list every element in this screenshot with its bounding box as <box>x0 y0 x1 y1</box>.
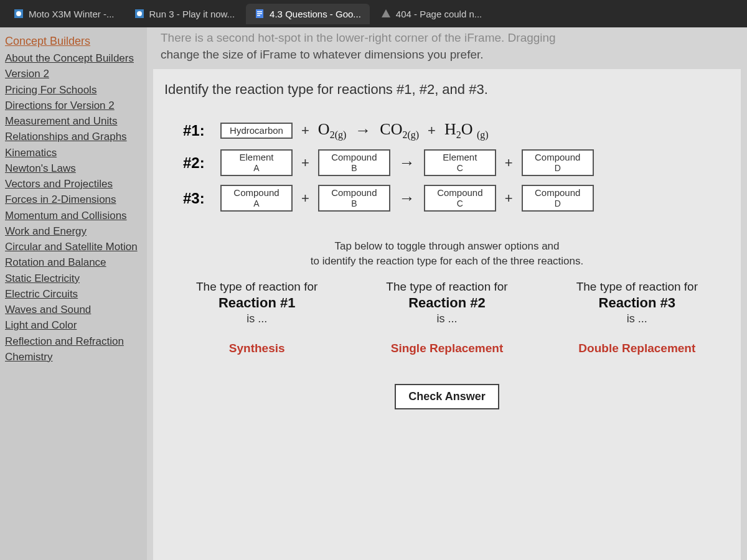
sidebar-item[interactable]: Work and Energy <box>5 225 142 238</box>
answer-toggle-3[interactable]: Double Replacement <box>552 342 723 355</box>
tab-1[interactable]: Run 3 - Play it now... <box>126 4 244 24</box>
product-box: CompoundC <box>424 185 496 212</box>
main-area: There is a second hot-spot in the lower-… <box>147 27 747 560</box>
sidebar-item[interactable]: Static Electricity <box>5 272 142 285</box>
product-box: ElementC <box>424 149 496 176</box>
sidebar-item[interactable]: About the Concept Builders <box>5 52 142 65</box>
hint-text: Tap below to toggle through answer optio… <box>162 239 732 269</box>
sidebar-item[interactable]: Kinematics <box>5 146 142 159</box>
sidebar-item[interactable]: Waves and Sound <box>5 303 142 316</box>
quiz-panel: Identify the reaction type for reactions… <box>153 69 741 560</box>
arrow-icon: → <box>399 189 415 208</box>
reaction-row-3: #3: CompoundA + CompoundB → CompoundC + … <box>183 185 732 212</box>
plus-icon: + <box>301 123 309 139</box>
plus-icon: + <box>428 123 436 139</box>
warn-icon <box>381 9 391 19</box>
svg-point-1 <box>16 11 21 16</box>
browser-tabbar: Moto X3M Winter -... Run 3 - Play it now… <box>0 0 747 27</box>
tab-label: Run 3 - Play it now... <box>149 9 235 19</box>
tab-label: 404 - Page could n... <box>396 9 482 19</box>
sidebar-title[interactable]: Concept Builders <box>5 35 142 48</box>
answers-row: The type of reaction for Reaction #1 is … <box>162 280 732 355</box>
arrow-icon: → <box>355 121 371 140</box>
check-answer-button[interactable]: Check Answer <box>395 384 499 409</box>
product-box: CompoundD <box>522 149 594 176</box>
svg-point-3 <box>137 11 142 16</box>
sidebar-item[interactable]: Rotation and Balance <box>5 256 142 269</box>
tab-0[interactable]: Moto X3M Winter -... <box>5 4 123 24</box>
row-number: #3: <box>183 190 212 207</box>
svg-rect-7 <box>257 15 260 16</box>
sidebar: Concept Builders About the Concept Build… <box>0 27 147 560</box>
plus-icon: + <box>301 190 309 207</box>
plus-icon: + <box>505 190 513 207</box>
sidebar-item[interactable]: Electric Circuits <box>5 287 142 301</box>
sidebar-item[interactable]: Chemistry <box>5 350 142 363</box>
tab-2[interactable]: 4.3 Questions - Goo... <box>246 4 370 24</box>
reactant-box: CompoundB <box>318 149 390 176</box>
reactant-box: Hydrocarbon <box>220 123 293 139</box>
arrow-icon: → <box>399 153 415 172</box>
row-number: #1: <box>183 122 212 139</box>
tab-label: 4.3 Questions - Goo... <box>270 9 361 19</box>
row-number: #2: <box>183 154 212 172</box>
answer-col-1: The type of reaction for Reaction #1 is … <box>171 280 342 355</box>
tab-label: Moto X3M Winter -... <box>29 9 115 19</box>
sidebar-item[interactable]: Relationships and Graphs <box>5 130 142 143</box>
doc-icon <box>255 9 265 19</box>
sidebar-item[interactable]: Forces in 2-Dimensions <box>5 193 142 206</box>
sidebar-item[interactable]: Reflection and Refraction <box>5 335 142 348</box>
sidebar-item[interactable]: Newton's Laws <box>5 162 142 175</box>
game-icon <box>134 9 144 19</box>
banner-faded: There is a second hot-spot in the lower-… <box>161 30 733 47</box>
sidebar-item[interactable]: Version 2 <box>5 67 142 80</box>
product-box: CompoundD <box>522 185 594 212</box>
sidebar-item[interactable]: Pricing For Schools <box>5 83 142 96</box>
answer-toggle-2[interactable]: Single Replacement <box>362 342 533 355</box>
svg-rect-6 <box>257 13 262 14</box>
prompt-text: Identify the reaction type for reactions… <box>164 82 730 98</box>
iframe-banner: There is a second hot-spot in the lower-… <box>147 27 747 69</box>
reactant-box: CompoundA <box>220 185 293 212</box>
plus-icon: + <box>301 155 309 171</box>
sidebar-item[interactable]: Circular and Satellite Motion <box>5 240 142 253</box>
reaction-row-1: #1: Hydrocarbon + O2(g) → CO2(g) + H2O (… <box>183 120 732 141</box>
game-icon <box>14 9 24 19</box>
svg-rect-5 <box>257 11 262 12</box>
answer-col-2: The type of reaction for Reaction #2 is … <box>362 280 533 355</box>
product-chem: CO2(g) <box>380 120 419 141</box>
sidebar-item[interactable]: Vectors and Projectiles <box>5 177 142 190</box>
sidebar-item[interactable]: Momentum and Collisions <box>5 209 142 222</box>
tab-3[interactable]: 404 - Page could n... <box>372 4 491 24</box>
sidebar-item[interactable]: Light and Color <box>5 319 142 332</box>
reactant-box: ElementA <box>220 149 293 176</box>
plus-icon: + <box>505 155 513 171</box>
reaction-row-2: #2: ElementA + CompoundB → ElementC + Co… <box>183 149 732 176</box>
reactant-box: CompoundB <box>318 185 390 212</box>
reactant-chem: O2(g) <box>318 120 346 141</box>
sidebar-item[interactable]: Measurement and Units <box>5 114 142 128</box>
banner-line2: change the size of iFrame to whatever di… <box>161 47 733 63</box>
answer-toggle-1[interactable]: Synthesis <box>171 342 342 355</box>
product-chem: H2O (g) <box>444 120 489 141</box>
answer-col-3: The type of reaction for Reaction #3 is … <box>552 280 723 355</box>
sidebar-item[interactable]: Directions for Version 2 <box>5 99 142 112</box>
